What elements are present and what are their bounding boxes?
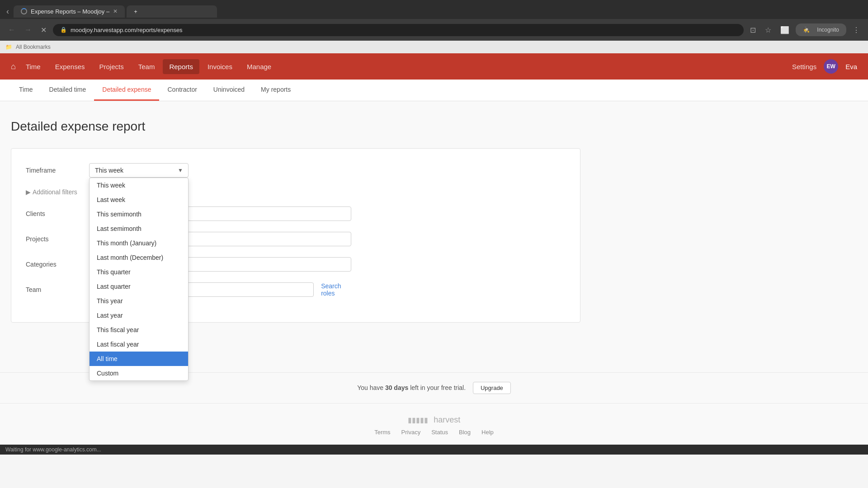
- subnav-contractor[interactable]: Contractor: [159, 80, 205, 101]
- footer-terms[interactable]: Terms: [374, 429, 390, 436]
- tab-bar: ‹ Expense Reports – Moodjoy – ✕ +: [0, 0, 868, 19]
- footer-help[interactable]: Help: [481, 429, 494, 436]
- nav-expenses[interactable]: Expenses: [49, 59, 91, 74]
- nav-actions: ⊡ ☆ ⬜ 🕵 Incognito ⋮: [747, 23, 863, 36]
- dropdown-item-this-week[interactable]: This week: [90, 178, 188, 192]
- nav-right: Settings EW Eva: [792, 59, 857, 74]
- dropdown-item-last-month-december[interactable]: Last month (December): [90, 250, 188, 265]
- nav-time[interactable]: Time: [19, 59, 47, 74]
- nav-reports[interactable]: Reports: [163, 59, 199, 74]
- back-button[interactable]: ←: [5, 24, 18, 36]
- avatar: EW: [824, 59, 838, 74]
- address-text: moodjoy.harvestapp.com/reports/expenses: [71, 27, 183, 33]
- dropdown-item-this-year[interactable]: This year: [90, 294, 188, 308]
- cast-icon[interactable]: ⊡: [747, 24, 759, 36]
- timeframe-dropdown: This week Last week This semimonth Last …: [89, 178, 189, 381]
- page-title: Detailed expense report: [11, 119, 857, 134]
- timeframe-select-button[interactable]: This week ▼: [89, 163, 189, 178]
- subnav-time[interactable]: Time: [11, 80, 41, 101]
- harvest-logo: ▮▮▮▮▮ harvest: [9, 413, 859, 425]
- timeframe-select-wrapper: This week ▼ This week Last week This sem…: [89, 163, 189, 178]
- additional-filters-label: Additional filters: [33, 188, 77, 196]
- timeframe-row: Timeframe This week ▼ This week Last wee…: [26, 163, 566, 178]
- footer: ▮▮▮▮▮ harvest Terms Privacy Status Blog …: [0, 403, 868, 445]
- upgrade-button[interactable]: Upgrade: [473, 382, 511, 394]
- dropdown-item-this-month-january[interactable]: This month (January): [90, 236, 188, 250]
- profile-icon[interactable]: ⬜: [778, 24, 792, 36]
- timeframe-selected-value: This week: [95, 167, 123, 174]
- app: ⌂ Time Expenses Projects Team Reports In…: [0, 53, 868, 445]
- bookmark-icon[interactable]: ☆: [762, 24, 774, 36]
- dropdown-item-last-week[interactable]: Last week: [90, 192, 188, 207]
- dropdown-item-last-year[interactable]: Last year: [90, 308, 188, 323]
- chevron-down-icon: ▼: [178, 167, 183, 174]
- status-text: Waiting for www.google-analytics.com...: [5, 446, 101, 453]
- timeframe-label: Timeframe: [26, 163, 89, 174]
- nav-manage[interactable]: Manage: [241, 59, 278, 74]
- main-content: Detailed expense report Timeframe This w…: [0, 101, 868, 372]
- user-name[interactable]: Eva: [845, 63, 857, 70]
- nav-bar: ← → ✕ 🔒 moodjoy.harvestapp.com/reports/e…: [0, 19, 868, 41]
- dropdown-item-last-semimonth[interactable]: Last semimonth: [90, 221, 188, 236]
- footer-status[interactable]: Status: [431, 429, 448, 436]
- browser-chrome: ‹ Expense Reports – Moodjoy – ✕ + ← → ✕ …: [0, 0, 868, 53]
- dropdown-item-this-quarter[interactable]: This quarter: [90, 265, 188, 279]
- address-bar[interactable]: 🔒 moodjoy.harvestapp.com/reports/expense…: [53, 24, 744, 36]
- clients-label: Clients: [26, 206, 89, 217]
- reload-button[interactable]: ✕: [38, 24, 49, 36]
- new-tab-button[interactable]: +: [127, 5, 217, 18]
- incognito-badge: 🕵 Incognito: [796, 23, 846, 36]
- top-nav: ⌂ Time Expenses Projects Team Reports In…: [0, 53, 868, 80]
- subnav-detailed-time[interactable]: Detailed time: [41, 80, 94, 101]
- nav-links: Time Expenses Projects Team Reports Invo…: [19, 59, 792, 74]
- trial-text: You have 30 days left in your free trial…: [357, 384, 467, 391]
- bookmarks-bar-folder-icon: 📁: [5, 44, 12, 50]
- team-label: Team: [26, 282, 89, 293]
- dropdown-item-custom[interactable]: Custom: [90, 366, 188, 380]
- sub-nav: Time Detailed time Detailed expense Cont…: [0, 80, 868, 101]
- incognito-icon: 🕵: [800, 25, 812, 35]
- lock-icon: 🔒: [60, 27, 67, 33]
- dropdown-item-this-semimonth[interactable]: This semimonth: [90, 207, 188, 221]
- subnav-my-reports[interactable]: My reports: [253, 80, 299, 101]
- active-tab[interactable]: Expense Reports – Moodjoy – ✕: [14, 5, 125, 18]
- footer-links: Terms Privacy Status Blog Help: [9, 429, 859, 436]
- dropdown-item-this-fiscal-year[interactable]: This fiscal year: [90, 323, 188, 337]
- subnav-uninvoiced[interactable]: Uninvoiced: [205, 80, 253, 101]
- dropdown-item-last-fiscal-year[interactable]: Last fiscal year: [90, 337, 188, 352]
- subnav-detailed-expense[interactable]: Detailed expense: [94, 80, 159, 101]
- filter-panel: Timeframe This week ▼ This week Last wee…: [11, 148, 580, 323]
- menu-icon[interactable]: ⋮: [850, 24, 863, 36]
- timeframe-control: This week ▼ This week Last week This sem…: [89, 163, 351, 178]
- chevron-right-icon: ▶: [26, 188, 31, 196]
- dropdown-item-last-quarter[interactable]: Last quarter: [90, 279, 188, 294]
- nav-invoices[interactable]: Invoices: [201, 59, 239, 74]
- tab-title: Expense Reports – Moodjoy –: [31, 8, 109, 15]
- nav-team[interactable]: Team: [132, 59, 161, 74]
- tab-loading-spinner: [21, 8, 27, 14]
- footer-privacy[interactable]: Privacy: [401, 429, 421, 436]
- projects-label: Projects: [26, 232, 89, 243]
- settings-link[interactable]: Settings: [792, 63, 816, 70]
- bookmarks-bar-label: All Bookmarks: [16, 44, 51, 50]
- home-icon[interactable]: ⌂: [11, 62, 16, 71]
- tab-close-button[interactable]: ✕: [113, 8, 118, 14]
- dropdown-item-all-time[interactable]: All time: [90, 352, 188, 366]
- nav-projects[interactable]: Projects: [93, 59, 130, 74]
- search-roles-link[interactable]: Search roles: [321, 282, 351, 297]
- footer-blog[interactable]: Blog: [459, 429, 471, 436]
- back-tabs-button[interactable]: ‹: [4, 7, 12, 16]
- status-bar: Waiting for www.google-analytics.com...: [0, 445, 868, 455]
- categories-label: Categories: [26, 257, 89, 268]
- forward-button[interactable]: →: [22, 24, 34, 36]
